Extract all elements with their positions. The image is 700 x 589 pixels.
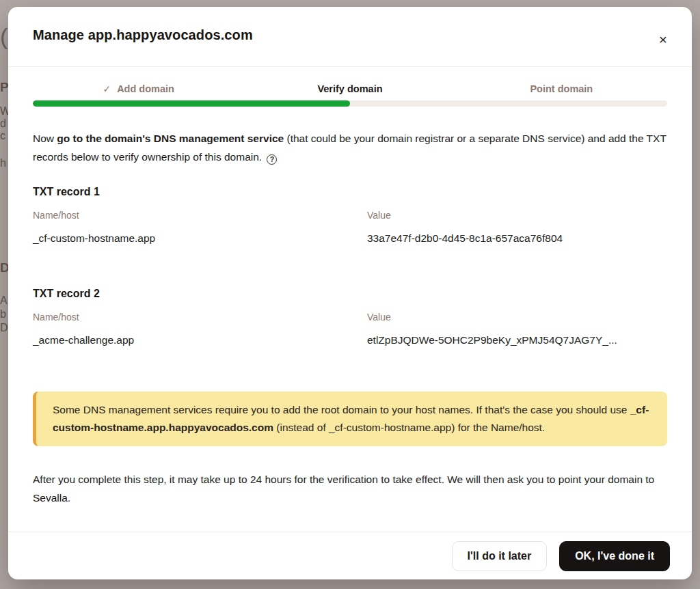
progress-bar-fill	[33, 100, 350, 107]
outro-post: .	[68, 492, 70, 504]
step-label: Verify domain	[317, 83, 382, 94]
record-values-row: _cf-custom-hostname.app 33a7e47f-d2b0-4d…	[33, 232, 667, 245]
background-text-fragment: b	[0, 309, 6, 320]
txt-record-1: TXT record 1 Name/host Value _cf-custom-…	[33, 186, 667, 245]
dns-root-domain-warning: Some DNS management services require you…	[33, 392, 667, 446]
name-host-label: Name/host	[33, 312, 367, 323]
close-icon[interactable]: ×	[652, 29, 674, 51]
verification-delay-note: After you complete this step, it may tak…	[33, 470, 667, 507]
intro-pre: Now	[33, 133, 57, 144]
screen: ( P W d c h D A b D Manage app.happyavoc…	[0, 0, 700, 589]
background-text-fragment: A	[0, 295, 8, 306]
record-value-value: 33a7e47f-d2b0-4d45-8c1a-657aca76f804	[367, 232, 667, 245]
record-values-row: _acme-challenge.app etlZpBJQDWe-5OHC2P9b…	[33, 334, 667, 346]
record-title: TXT record 2	[33, 288, 667, 300]
check-icon: ✓	[103, 83, 111, 94]
background-text-fragment: W	[0, 106, 8, 117]
value-label: Value	[367, 210, 667, 221]
record-title: TXT record 1	[33, 186, 667, 198]
step-add-domain: ✓ Add domain	[33, 83, 244, 94]
step-indicator: ✓ Add domain Verify domain Point domain	[33, 83, 667, 94]
record-column-headers: Name/host Value	[33, 210, 667, 221]
instructions-text: Now go to the domain's DNS management se…	[33, 129, 667, 166]
step-verify-domain: Verify domain	[244, 83, 455, 94]
dialog-title: Manage app.happyavocados.com	[33, 27, 667, 43]
warning-post: (instead of _cf-custom-hostname.app) for…	[273, 422, 545, 433]
intro-bold: go to the domain's DNS management servic…	[57, 133, 284, 144]
do-it-later-button[interactable]: I'll do it later	[452, 541, 548, 571]
background-text-fragment: (	[0, 25, 8, 48]
dialog-header: Manage app.happyavocados.com ×	[8, 7, 692, 67]
dialog-footer: I'll do it later OK, I've done it	[8, 532, 692, 579]
help-icon[interactable]: ?	[267, 154, 277, 165]
step-label: Add domain	[117, 83, 174, 94]
record-name-value: _cf-custom-hostname.app	[33, 232, 367, 245]
record-value-value: etlZpBJQDWe-5OHC2P9beKy_xPMJ54Q7JAG7Y_..…	[367, 334, 667, 346]
outro-pre: After you complete this step, it may tak…	[33, 474, 654, 485]
progress-bar	[33, 100, 667, 107]
record-name-value: _acme-challenge.app	[33, 334, 367, 346]
background-text-fragment: D	[0, 261, 8, 274]
txt-record-2: TXT record 2 Name/host Value _acme-chall…	[33, 288, 667, 346]
background-text-fragment: h	[0, 158, 6, 169]
step-point-domain: Point domain	[456, 83, 667, 94]
background-text-fragment: D	[0, 323, 8, 333]
name-host-label: Name/host	[33, 210, 367, 221]
warning-pre: Some DNS management services require you…	[53, 404, 630, 415]
step-label: Point domain	[530, 83, 593, 94]
background-text-fragment: c	[0, 131, 5, 141]
value-label: Value	[367, 312, 667, 323]
brand-name: Sevalla	[33, 492, 68, 504]
dialog-body: ✓ Add domain Verify domain Point domain …	[8, 67, 692, 532]
manage-domain-dialog: Manage app.happyavocados.com × ✓ Add dom…	[8, 7, 692, 579]
background-text-fragment: d	[0, 118, 6, 129]
dimmed-background-page: ( P W d c h D A b D	[0, 0, 8, 589]
background-text-fragment: P	[0, 81, 8, 94]
ok-done-button[interactable]: OK, I've done it	[559, 541, 670, 571]
record-column-headers: Name/host Value	[33, 312, 667, 323]
